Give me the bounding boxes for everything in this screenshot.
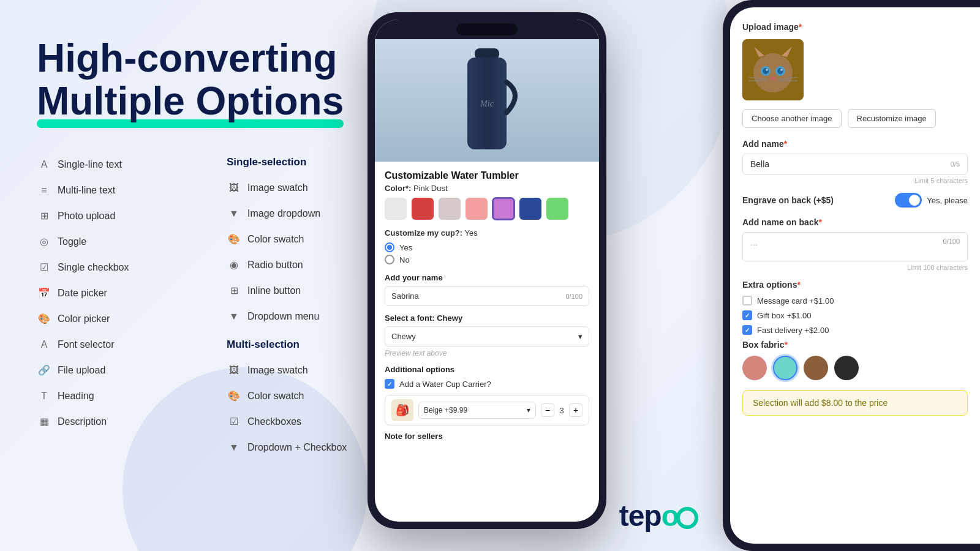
file-upload-icon: 🔗 [37,363,51,378]
heading-icon: T [37,389,51,403]
notch-pill [456,23,518,36]
addon-dropdown[interactable]: Beige +$9.99 ▾ [418,402,536,419]
feature-label: Image dropdown [247,208,320,219]
image-action-buttons: Choose another image Recustomize image [742,109,968,128]
multi-line-icon: ≡ [37,183,51,198]
recustomize-image-button[interactable]: Recustomize image [848,109,936,128]
color-swatch[interactable] [412,198,434,220]
qty-minus-button[interactable]: − [541,403,554,417]
color-swatch[interactable] [546,198,568,220]
color-swatch-icon: 🎨 [227,232,241,247]
color-swatch-selected[interactable] [492,198,514,220]
feature-label: Inline button [247,285,301,296]
feature-label: Multi-line text [58,185,115,196]
add-name-label: Add name* [742,139,968,149]
fast-delivery-checkbox[interactable]: Fast delivery +$2.00 [742,325,968,335]
box-fabric-label: Box fabric* [742,340,968,350]
engrave-label: Engrave on back (+$5) [742,195,834,205]
radio-yes[interactable]: Yes [385,242,589,252]
fabric-swatch-pink[interactable] [742,356,767,380]
fabric-swatch-teal[interactable] [773,356,797,380]
phone-notch [375,20,599,39]
fabric-swatch-brown[interactable] [804,356,828,380]
list-item: A Single-line text [37,154,214,176]
features-grid: A Single-line text ≡ Multi-line text ⊞ P… [37,154,392,459]
svg-text:Mic: Mic [480,99,494,108]
color-swatch[interactable] [519,198,541,220]
date-picker-icon: 📅 [37,286,51,301]
name-limit-hint: Limit 5 characters [742,177,968,184]
tepo-logo: tepo [619,499,698,533]
photo-upload-icon: ⊞ [37,209,51,223]
color-swatches[interactable] [385,198,589,220]
qty-value: 3 [557,406,567,415]
feature-label: Date picker [58,288,107,299]
feature-label: Photo upload [58,211,115,222]
headline-line2: Multiple Options [37,80,392,122]
list-item: 📅 Date picker [37,282,214,304]
preview-text: Preview text above [385,349,589,358]
toggle-icon: ◎ [37,234,51,249]
feature-label: Color picker [58,313,110,324]
message-card-checkbox[interactable]: Message card +$1.00 [742,296,968,305]
font-dropdown[interactable]: Chewy ▾ [385,326,589,347]
cat-image [742,39,804,100]
toggle-label: Yes, please [927,196,968,205]
phone-content: Customizable Water Tumbler Color*: Pink … [375,162,599,449]
headline: High-converting Multiple Options [37,37,392,123]
dropdown-checkbox-icon: ▼ [227,440,241,455]
svg-point-14 [780,69,783,71]
engrave-toggle[interactable] [895,193,922,208]
right-phone-frame: Upload image* [723,0,980,551]
list-item: T Heading [37,385,214,407]
phone-frame: Mic Customizable Water Tumbler Color*: P… [368,12,606,529]
image-swatch-icon: 🖼 [227,181,241,195]
right-feature-col: Single-selection 🖼 Image swatch ▼ Image … [214,154,392,459]
customize-label: Customize my cup?: Yes [385,228,589,238]
font-label: Select a font: Chewy [385,313,589,323]
color-swatch[interactable] [385,198,407,220]
engrave-toggle-group: Yes, please [895,193,968,208]
feature-label: Color swatch [247,234,304,245]
gift-box-checkbox[interactable]: Gift box +$1.00 [742,310,968,320]
svg-point-4 [753,53,793,92]
list-item: A Font selector [37,334,214,356]
color-swatch[interactable] [439,198,461,220]
feature-label: Color swatch [247,391,304,402]
feature-label: Checkboxes [247,416,301,427]
feature-label: File upload [58,365,105,376]
extra-options-label: Extra options* [742,280,968,290]
qty-plus-button[interactable]: + [569,403,582,417]
radio-circle-yes [385,242,394,252]
svg-point-13 [766,69,768,71]
feature-label: Toggle [58,236,86,247]
product-image: Mic [375,39,599,162]
checkboxes-icon: ☑ [227,414,241,429]
name-input[interactable]: Sabrina 0/100 [385,286,589,306]
feature-label: Heading [58,391,94,402]
fabric-swatch-dark[interactable] [834,356,859,380]
name-right-input[interactable]: Bella 0/5 [742,154,968,174]
price-banner: Selection will add $8.00 to the price [742,390,968,416]
svg-point-15 [771,77,775,80]
upload-label: Upload image* [742,22,968,32]
color-swatch[interactable] [466,198,488,220]
choose-another-image-button[interactable]: Choose another image [742,109,842,128]
image-dropdown-icon: ▼ [227,206,241,221]
feature-label: Image swatch [247,365,308,376]
note-label: Note for sellers [385,432,589,441]
radio-no[interactable]: No [385,255,589,264]
tumbler-svg: Mic [450,45,524,156]
checkbox-checked-icon [385,379,394,389]
headline-line1: High-converting [37,37,392,80]
feature-label: Font selector [58,339,114,350]
fabric-swatches [742,356,968,380]
checkbox-empty-icon [742,296,752,305]
back-name-input[interactable]: ... 0/100 [742,232,968,261]
dropdown-menu-icon: ▼ [227,309,241,324]
carrier-checkbox[interactable]: Add a Water Cup Carrier? [385,379,589,389]
checkbox-checked-icon [742,325,752,335]
list-item: ≡ Multi-line text [37,179,214,201]
product-title: Customizable Water Tumbler [385,170,589,181]
list-item: ▦ Description [37,411,214,433]
